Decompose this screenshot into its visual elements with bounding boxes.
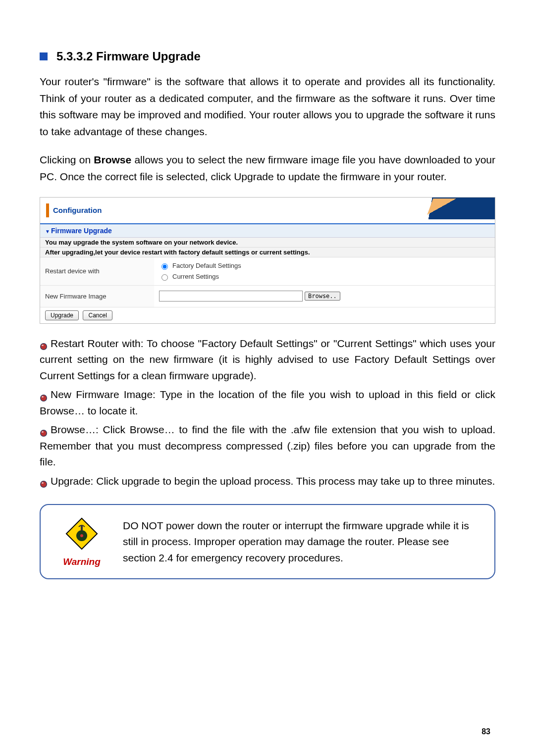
warning-diamond-icon (64, 516, 100, 552)
cancel-button[interactable]: Cancel (83, 310, 112, 320)
warning-text: DO NOT power down the router or interrup… (123, 518, 481, 566)
section-heading: 5.3.3.2 Firmware Upgrade (40, 50, 495, 63)
chevron-down-icon: ▼ (45, 229, 50, 234)
current-settings-label: Current Settings (172, 273, 219, 280)
newfw-bold: Browse… (40, 405, 85, 416)
intro-text-1: Your router's "firmware" is the software… (40, 76, 495, 137)
instruction-line-2: After upgrading,let your device restart … (40, 248, 495, 257)
page-number: 83 (482, 727, 490, 736)
heading-text: 5.3.3.2 Firmware Upgrade (56, 50, 201, 63)
current-settings-radio[interactable] (161, 274, 168, 281)
config-accent-icon (46, 203, 49, 217)
header-graphic-icon (416, 198, 495, 219)
svg-point-11 (42, 483, 44, 484)
browse-bold: Browse… (130, 424, 175, 435)
upgrade-bold-word: upgrade (122, 475, 160, 487)
browse-mid: to find the file with the (175, 424, 291, 435)
svg-point-1 (41, 344, 47, 350)
bullet-ball-icon (40, 477, 48, 485)
desc-upgrade: Upgrade: Click upgrade to begin the uplo… (40, 473, 495, 490)
newfw-label: New Firmware Image: (51, 389, 160, 400)
svg-point-7 (41, 430, 47, 436)
intro-paragraph-2: Clicking on Browse allows you to select … (40, 151, 495, 185)
warning-label: Warning (54, 556, 109, 567)
browse-afw: .afw (291, 424, 310, 435)
section-band: ▼Firmware Upgrade (40, 223, 495, 238)
new-firmware-label: New Firmware Image (40, 286, 154, 307)
bullet-ball-icon (40, 426, 48, 434)
new-firmware-row: New Firmware Image Browse.. (40, 286, 495, 307)
heading-bullet-icon (40, 52, 48, 60)
upgrade-pre: : Click (91, 475, 122, 487)
section-label: Firmware Upgrade (51, 227, 112, 235)
upgrade-post: to begin the upload process. This proces… (160, 475, 495, 487)
svg-point-10 (41, 482, 47, 487)
browse-button[interactable]: Browse.. (305, 292, 340, 301)
firmware-file-input[interactable] (159, 291, 303, 302)
svg-point-5 (42, 396, 44, 398)
bullet-ball-icon (40, 339, 48, 347)
newfw-pre: Type in the location of the file you wis… (160, 389, 495, 400)
restart-label: Restart Router with: (51, 338, 147, 349)
svg-point-14 (80, 534, 83, 537)
warning-card: Warning DO NOT power down the router or … (40, 504, 495, 579)
factory-default-label: Factory Default Settings (172, 262, 241, 269)
browse-label: Browse…: (51, 424, 103, 435)
browse-pre: Click (103, 424, 130, 435)
svg-point-2 (42, 345, 44, 346)
intro2-bold: Browse (94, 154, 131, 165)
config-title: Configuration (53, 206, 102, 214)
svg-point-8 (42, 431, 44, 433)
restart-device-row: Restart device with Factory Default Sett… (40, 257, 495, 286)
desc-restart: Restart Router with: To choose "Factory … (40, 336, 495, 384)
upgrade-label: Upgrade (51, 475, 91, 487)
bullet-ball-icon (40, 391, 48, 399)
upgrade-button[interactable]: Upgrade (45, 310, 79, 320)
config-panel: Configuration ▼Firmware Upgrade You may … (40, 197, 495, 324)
restart-device-label: Restart device with (40, 257, 154, 285)
firmware-upgrade-link[interactable]: ▼Firmware Upgrade (45, 227, 112, 235)
instruction-line-1: You may upgrade the system software on y… (40, 238, 495, 248)
config-header: Configuration (40, 198, 495, 223)
factory-default-radio[interactable] (161, 263, 168, 270)
desc-browse: Browse…: Click Browse… to find the file … (40, 422, 495, 470)
svg-point-4 (41, 395, 47, 401)
desc-newfw: New Firmware Image: Type in the location… (40, 387, 495, 419)
intro-paragraph-1: Your router's "firmware" is the software… (40, 73, 495, 140)
intro2-pre: Clicking on (40, 154, 94, 165)
newfw-post: to locate it. (85, 405, 138, 416)
button-row: Upgrade Cancel (40, 307, 495, 323)
svg-rect-15 (81, 526, 83, 531)
